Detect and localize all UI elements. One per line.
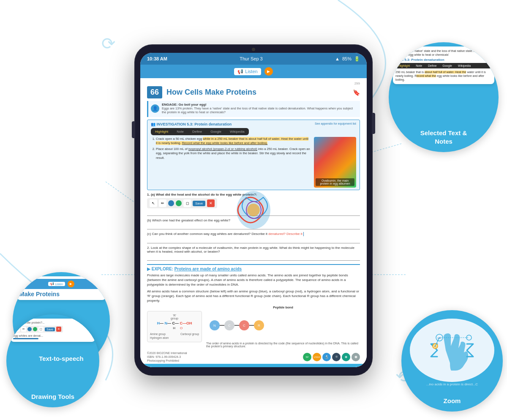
drawing-preview: the egg white protein?... ↖ ✏ ◻ Save ✕ e… [11,319,95,342]
selected-text-label: Selected Text &Notes [420,129,467,145]
page-content: 299 66 How Cells Make Proteins 🔖 👤 ENGAG… [140,78,367,367]
hp-define[interactable]: Define [425,63,439,68]
zoom-label: Zoom [444,397,461,405]
protein-image: Ovalbumin, the main protein in egg album… [314,137,356,188]
mini-blue-color [27,327,32,331]
hp-wikipedia[interactable]: Wikipedia [455,63,474,68]
drawing-mini-text: the egg white protein?... [13,321,93,324]
protein-caption: Ovalbumin, the main protein in egg album… [316,178,354,186]
tablet-camera [252,48,255,51]
bottom-bar [140,364,367,367]
tts-toolbar: 📢 Listen ▶ [19,279,103,289]
zoom-circle: HO H ...ino acids in a protein is direct… [401,310,503,412]
zoom-gesture-svg: HO H [427,325,477,376]
tablet-device: 10:38 AM Thur Sep 3 ▲ 85% 🔋 📢 Listen ▶ [135,45,372,375]
drawing-mini-text2: egg whites are denat... [13,334,93,337]
hp-note[interactable]: Note [413,63,425,68]
play-icon-preview: ▶ [68,281,74,287]
zoom-mini-text: ...ino acids in a protein is direct...C [401,382,503,386]
listen-preview: 📢 Listen [48,282,65,286]
svg-line-20 [106,182,135,203]
svg-line-22 [372,144,401,152]
mini-highlighted-2: ecord what the [417,74,436,77]
investigation-box: 👥 INVESTIGATION 5.3: Protein denaturatio… [147,120,360,190]
mini-drawing-toolbar: ↖ ✏ ◻ Save ✕ [13,326,63,333]
power-button [372,113,375,134]
protein-svg [234,189,274,231]
volume-button [132,121,135,138]
mini-content-text: 290 mL beaker that is about half full of… [395,70,492,82]
highlight-popup: Highlight Note Define Google Wikipedia [395,63,492,68]
selected-text-circle: ...may have a 'native' state and the los… [389,42,499,152]
tablet-screen: 10:38 AM Thur Sep 3 ▲ 85% 🔋 📢 Listen ▶ [140,53,367,367]
mini-pointer: ↖ [15,327,20,332]
mini-investigation-title: TION 5.3: Protein denaturation [395,58,492,62]
mini-top-text: ...may have a 'native' state and the los… [395,49,492,57]
tts-preview: 📢 Listen ▶ Make Proteins [17,276,106,300]
svg-text:HO: HO [438,337,442,339]
svg-point-1 [247,204,260,216]
tts-title-preview: Make Proteins [19,291,103,297]
listen-preview-label: Listen [55,283,63,286]
mini-eraser: ◻ [38,327,44,332]
mini-close: ✕ [56,327,61,332]
selected-text-preview: ...may have a 'native' state and the los… [393,46,494,84]
tts-label: Text-to-speech [39,355,84,363]
hp-highlight[interactable]: Highlight [395,63,413,68]
listen-icon-preview: 📢 [50,282,54,286]
instruction-content: Ovalbumin, the main protein in egg album… [151,137,356,188]
tablet-frame: 10:38 AM Thur Sep 3 ▲ 85% 🔋 📢 Listen ▶ [135,45,372,375]
svg-text:H: H [434,345,436,348]
mini-pen: ✏ [21,327,26,332]
zoom-preview-area: HO H [410,319,494,382]
hp-google[interactable]: Google [439,63,455,68]
drawing-cursor-line [13,338,38,339]
drawing-label: Drawing Tools [31,393,74,401]
mini-highlighted-text: about half full of water. Heat the [425,71,466,74]
mini-save: Save [45,327,55,331]
mini-green-color [33,327,37,331]
